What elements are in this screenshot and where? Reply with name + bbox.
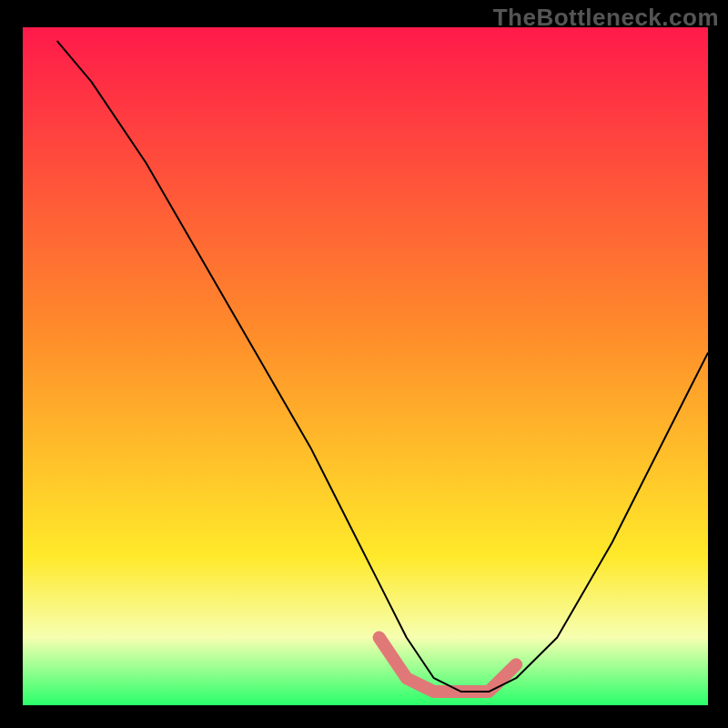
bottleneck-chart [0, 0, 728, 728]
chart-container: TheBottleneck.com [0, 0, 728, 728]
gradient-background [23, 27, 708, 705]
watermark-text: TheBottleneck.com [493, 4, 719, 32]
